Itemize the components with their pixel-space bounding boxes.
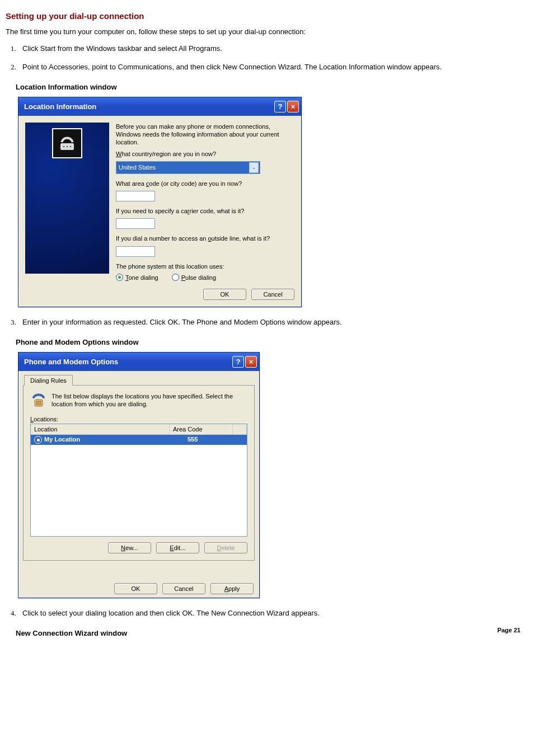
- radio-icon: [116, 274, 123, 281]
- edit-button[interactable]: Edit...: [156, 542, 199, 553]
- sidebar-graphic: [25, 123, 109, 274]
- column-area-code[interactable]: Area Code: [170, 424, 233, 434]
- titlebar[interactable]: Phone and Modem Options ? ×: [18, 353, 259, 371]
- phone-icon: [30, 392, 47, 410]
- titlebar[interactable]: Location Information ? ×: [18, 97, 301, 116]
- area-code-label: What area code (or city code) are you in…: [116, 180, 294, 187]
- country-value: United States: [119, 164, 156, 171]
- step-1: Click Start from the Windows taskbar and…: [18, 44, 528, 54]
- apply-button[interactable]: Apply: [210, 583, 254, 594]
- window-title: Phone and Modem Options: [24, 358, 118, 366]
- pulse-dialing-radio[interactable]: Pulse dialing: [172, 274, 216, 281]
- help-icon[interactable]: ?: [232, 356, 244, 368]
- phone-modem-options-window: Phone and Modem Options ? × Dialing Rule…: [18, 352, 260, 598]
- close-icon[interactable]: ×: [287, 101, 299, 112]
- phone-system-label: The phone system at this location uses:: [116, 262, 294, 270]
- cancel-button[interactable]: Cancel: [251, 289, 294, 300]
- ok-button[interactable]: OK: [114, 583, 157, 594]
- tone-dialing-radio[interactable]: Tone dialing: [116, 274, 158, 281]
- carrier-code-label: If you need to specify a carrier code, w…: [116, 207, 294, 215]
- location-information-window: Location Information ? × Before you can …: [18, 97, 302, 307]
- radio-icon: [172, 274, 179, 281]
- svg-point-8: [36, 403, 38, 405]
- list-item[interactable]: My Location 555: [31, 435, 247, 445]
- outside-line-label: If you dial a number to access an outsid…: [116, 234, 294, 242]
- svg-point-2: [67, 145, 68, 147]
- dialog-intro: Before you can make any phone or modem c…: [116, 123, 294, 147]
- svg-point-1: [63, 145, 64, 147]
- step-3: Enter in your information as requested. …: [18, 317, 528, 328]
- delete-button: Delete: [204, 542, 247, 553]
- tab-dialing-rules[interactable]: Dialing Rules: [24, 375, 73, 386]
- page-number: Page 21: [497, 627, 521, 633]
- svg-point-7: [40, 401, 41, 402]
- figure-caption-2: Phone and Modem Options window: [16, 338, 528, 346]
- country-select[interactable]: United States ⌄: [116, 161, 260, 174]
- help-icon[interactable]: ?: [274, 101, 286, 112]
- page-title: Setting up your dial-up connection: [6, 11, 528, 21]
- step-2: Point to Accessories, point to Communica…: [18, 62, 528, 73]
- step-4: Click to select your dialing location an…: [18, 608, 528, 619]
- svg-point-5: [36, 401, 38, 402]
- area-code-input[interactable]: [116, 191, 155, 201]
- phone-icon: [52, 128, 82, 158]
- dialog-description: The list below displays the locations yo…: [51, 392, 247, 408]
- outside-line-input[interactable]: [116, 246, 155, 257]
- svg-point-10: [40, 403, 41, 405]
- chevron-down-icon[interactable]: ⌄: [249, 162, 259, 173]
- ok-button[interactable]: OK: [203, 289, 246, 300]
- location-name: My Location: [44, 436, 80, 443]
- location-area-code: 555: [184, 435, 247, 445]
- svg-point-6: [38, 401, 39, 402]
- figure-caption-1: Location Information window: [16, 83, 528, 91]
- cancel-button[interactable]: Cancel: [162, 583, 205, 594]
- new-button[interactable]: New...: [108, 542, 151, 553]
- locations-list[interactable]: Location Area Code My Location 555: [30, 424, 247, 537]
- list-header: Location Area Code: [31, 424, 247, 435]
- svg-rect-4: [35, 400, 43, 406]
- figure-caption-3: New Connection Wizard window: [16, 629, 528, 637]
- window-title: Location Information: [24, 102, 96, 111]
- close-icon[interactable]: ×: [245, 356, 257, 368]
- svg-point-3: [70, 145, 71, 147]
- locations-label: Locations:: [30, 416, 247, 422]
- column-location[interactable]: Location: [31, 424, 170, 434]
- carrier-code-input[interactable]: [116, 218, 155, 229]
- svg-point-9: [38, 403, 39, 405]
- radio-icon: [34, 436, 42, 444]
- country-label: What country/region are you in now?: [116, 150, 294, 158]
- intro-text: The first time you turn your computer on…: [6, 27, 528, 36]
